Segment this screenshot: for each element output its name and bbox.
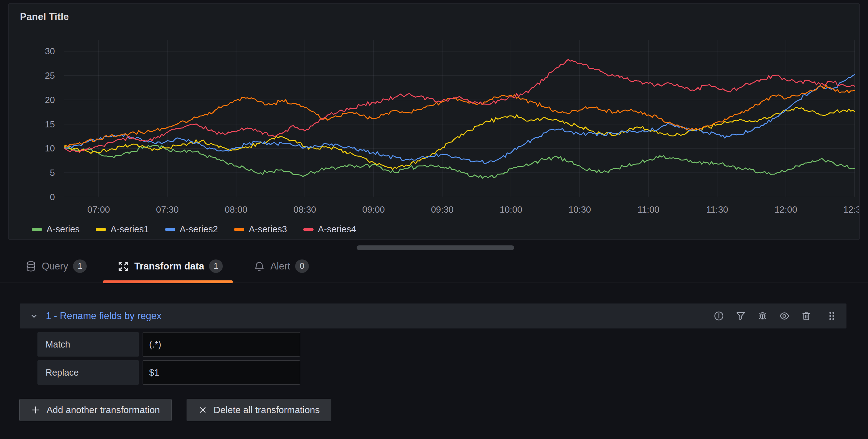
legend-label: A-series3 (249, 224, 287, 234)
chart-panel: Panel Title 05101520253007:0007:3008:000… (8, 3, 860, 240)
legend-label: A-series2 (180, 224, 218, 234)
x-tick-label: 08:00 (225, 205, 247, 214)
legend-item-A-series1[interactable]: A-series1 (96, 224, 149, 234)
add-transformation-button[interactable]: Add another transformation (19, 399, 172, 421)
info-icon[interactable] (714, 311, 724, 321)
x-tick-label: 10:30 (568, 205, 591, 214)
tab-count-badge: 1 (73, 260, 87, 273)
drag-handle-icon[interactable] (827, 311, 837, 321)
replace-input[interactable] (143, 360, 300, 385)
x-tick-label: 09:30 (431, 205, 454, 214)
x-tick-label: 12:30 (843, 205, 859, 214)
x-tick-label: 07:30 (156, 205, 179, 214)
legend-label: A-series (46, 224, 80, 234)
y-tick-label: 5 (50, 168, 55, 178)
chevron-down-icon[interactable] (29, 311, 39, 321)
series-line-A-series1 (64, 108, 855, 170)
transformation-title-link[interactable]: 1 - Rename fields by regex (46, 310, 161, 322)
filter-icon[interactable] (735, 311, 746, 321)
replace-label: Replace (37, 360, 139, 385)
database-icon (25, 260, 37, 272)
y-tick-label: 25 (45, 70, 55, 81)
transform-arrows-icon (117, 260, 129, 272)
tab-count-badge: 1 (209, 260, 223, 273)
trash-icon[interactable] (801, 311, 811, 321)
add-transformation-label: Add another transformation (46, 405, 160, 415)
legend-item-A-series4[interactable]: A-series4 (303, 224, 356, 234)
x-tick-label: 09:00 (362, 205, 385, 214)
tab-transform-data[interactable]: Transform data 1 (117, 250, 223, 283)
legend-item-A-series[interactable]: A-series (32, 224, 80, 234)
legend-label: A-series4 (318, 224, 356, 234)
match-label: Match (37, 332, 139, 357)
tab-label: Query (42, 261, 68, 272)
legend-swatch (96, 228, 106, 231)
match-input[interactable] (143, 332, 300, 357)
y-tick-label: 30 (45, 46, 55, 56)
bug-icon[interactable] (757, 311, 768, 321)
legend-item-A-series2[interactable]: A-series2 (165, 224, 218, 234)
tab-query[interactable]: Query 1 (25, 250, 87, 283)
transformation-actions (714, 311, 837, 321)
series-line-A-series4 (64, 60, 855, 152)
delete-all-transformations-button[interactable]: Delete all transformations (187, 399, 331, 421)
tab-count-badge: 0 (295, 260, 309, 273)
legend-swatch (234, 228, 244, 231)
x-tick-label: 10:00 (499, 205, 522, 214)
y-tick-label: 10 (45, 143, 55, 153)
plus-icon (31, 405, 40, 415)
legend-swatch (165, 228, 175, 231)
tab-label: Transform data (134, 261, 204, 272)
x-tick-label: 07:00 (87, 205, 110, 214)
legend-swatch (303, 228, 314, 231)
eye-icon[interactable] (779, 311, 790, 321)
horizontal-scrollbar-thumb[interactable] (356, 245, 514, 250)
x-tick-label: 12:00 (774, 205, 797, 214)
editor-tabbar: Query 1 Transform data 1 Alert 0 (0, 250, 868, 283)
bell-icon (253, 260, 265, 272)
chart-legend: A-seriesA-series1A-series2A-series3A-ser… (32, 224, 356, 234)
x-tick-label: 11:00 (638, 205, 659, 214)
legend-swatch (32, 228, 42, 231)
tab-label: Alert (270, 261, 290, 272)
y-tick-label: 0 (50, 192, 55, 202)
x-tick-label: 11:30 (706, 205, 728, 214)
y-tick-label: 15 (45, 119, 55, 129)
y-tick-label: 20 (45, 95, 55, 105)
transformation-header: 1 - Rename fields by regex (20, 303, 846, 328)
close-icon (198, 405, 208, 415)
transform-buttons-row: Add another transformation Delete all tr… (19, 399, 331, 421)
legend-label: A-series1 (111, 224, 149, 234)
match-field-row: Match (37, 332, 300, 357)
tab-alert[interactable]: Alert 0 (253, 250, 309, 283)
series-line-A-series2 (64, 75, 855, 164)
time-series-chart[interactable]: 05101520253007:0007:3008:0008:3009:0009:… (9, 4, 859, 239)
series-line-A-series (64, 146, 855, 178)
replace-field-row: Replace (37, 360, 300, 385)
legend-item-A-series3[interactable]: A-series3 (234, 224, 287, 234)
x-tick-label: 08:30 (293, 205, 316, 214)
delete-all-transformations-label: Delete all transformations (214, 405, 320, 415)
